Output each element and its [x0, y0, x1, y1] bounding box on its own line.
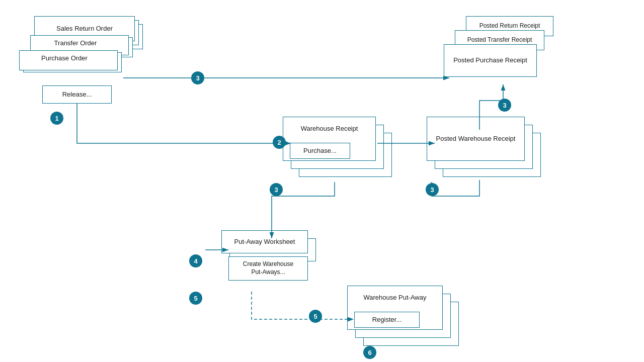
- badge-6: 6: [363, 346, 376, 359]
- badge-5b: 5: [309, 310, 322, 323]
- badge-3a: 3: [191, 71, 204, 84]
- badge-2: 2: [273, 136, 286, 149]
- create-warehouse-label: Create Warehouse Put-Aways...: [228, 256, 308, 281]
- posted-warehouse-receipt-label: Posted Warehouse Receipt: [427, 117, 525, 161]
- badge-3b: 3: [498, 99, 511, 112]
- badge-4: 4: [189, 254, 202, 267]
- posted-purchase-receipt-group: Posted Return Receipt Posted Transfer Re…: [444, 16, 554, 92]
- badge-5a: 5: [189, 292, 202, 305]
- put-away-worksheet-group: Put-Away Worksheet Create Warehouse Put-…: [221, 230, 322, 296]
- put-away-worksheet-label: Put-Away Worksheet: [221, 230, 308, 253]
- release-box: Release...: [42, 85, 112, 104]
- diagram-container: Sales Return Order Transfer Order Purcha…: [0, 0, 644, 362]
- badge-3c: 3: [270, 183, 283, 196]
- purchase-sub-label: Purchase...: [290, 143, 350, 159]
- warehouse-put-away-label: Warehouse Put-Away: [347, 286, 443, 310]
- badge-1: 1: [50, 112, 63, 125]
- purchase-order-group: Purchase Order: [15, 48, 126, 78]
- warehouse-receipt-group: Warehouse Receipt Purchase...: [283, 117, 393, 182]
- posted-warehouse-receipt-group: Posted Warehouse Receipt: [427, 117, 547, 182]
- register-label: Register...: [354, 312, 420, 328]
- warehouse-receipt-label: Warehouse Receipt: [283, 117, 376, 141]
- badge-3d: 3: [426, 183, 439, 196]
- warehouse-put-away-group: Warehouse Put-Away Register...: [347, 286, 463, 351]
- release-label: Release...: [62, 90, 92, 99]
- purchase-order-label: Purchase Order: [15, 48, 114, 68]
- posted-purchase-receipt-label: Posted Purchase Receipt: [444, 44, 537, 77]
